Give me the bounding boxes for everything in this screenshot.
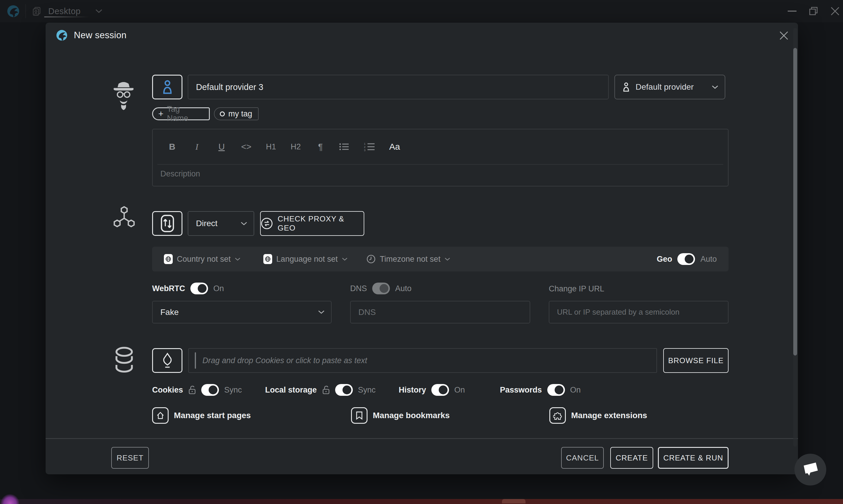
timezone-value: Timezone not set <box>380 255 440 264</box>
background-window-edge <box>0 499 843 504</box>
timezone-dropdown[interactable]: Timezone not set <box>366 254 450 264</box>
webrtc-mode-dropdown[interactable]: Fake <box>152 301 332 323</box>
puzzle-icon <box>549 407 566 424</box>
cookies-placeholder: Drag and drop Cookies or click to paste … <box>203 356 367 365</box>
italic-button[interactable]: I <box>191 142 203 152</box>
lock-open-icon <box>322 385 330 395</box>
check-proxy-geo-button[interactable]: CHECK PROXY & GEO <box>260 211 364 236</box>
manage-extensions[interactable]: Manage extensions <box>549 407 647 424</box>
manage-start-pages[interactable]: Manage start pages <box>152 407 251 424</box>
create-and-run-button[interactable]: CREATE & RUN <box>658 447 728 469</box>
create-label: CREATE <box>616 453 648 463</box>
localstorage-sync-toggle[interactable] <box>335 384 353 396</box>
geo-panel: Country not set Language not set Timezon… <box>152 247 728 271</box>
modal-scrollbar-thumb[interactable] <box>793 48 797 356</box>
dns-toggle-group: DNS Auto <box>350 282 411 295</box>
code-button[interactable]: <> <box>240 142 252 152</box>
change-ip-url-input[interactable] <box>549 301 728 323</box>
support-chat-button[interactable] <box>794 454 826 485</box>
webrtc-mode-value: Fake <box>160 308 318 317</box>
description-placeholder[interactable]: Description <box>160 169 200 179</box>
globe-icon <box>164 254 173 264</box>
create-button[interactable]: CREATE <box>610 447 653 469</box>
cookies-sync-group: Cookies Sync <box>152 383 242 396</box>
geo-state: Auto <box>700 255 717 264</box>
country-dropdown[interactable]: Country not set <box>164 254 240 264</box>
hummingbird-logo-icon <box>56 30 67 41</box>
proxy-section-icon <box>113 205 136 229</box>
language-dropdown[interactable]: Language not set <box>263 254 348 264</box>
webrtc-toggle-group: WebRTC On <box>152 282 224 295</box>
background-window-tab <box>502 499 526 503</box>
underline-button[interactable]: U <box>216 142 227 152</box>
passwords-label: Passwords <box>500 385 542 395</box>
bold-button[interactable]: B <box>166 142 178 152</box>
chevron-down-icon <box>235 257 240 261</box>
check-proxy-geo-label: CHECK PROXY & GEO <box>278 214 364 233</box>
close-icon <box>779 31 789 40</box>
add-tag-placeholder: Tag Name <box>167 105 203 123</box>
geo-toggle[interactable] <box>677 253 695 265</box>
editor-toolbar: B I U <> H1 H2 ¶ 1 2 3 <box>153 129 728 164</box>
clock-icon <box>366 254 376 264</box>
passwords-toggle-group: Passwords On <box>500 383 581 396</box>
home-icon <box>152 407 169 424</box>
localstorage-sync-label: Local storage <box>265 385 317 395</box>
eraser-nib-icon <box>161 353 173 368</box>
session-name-input[interactable] <box>188 75 609 100</box>
person-icon <box>622 82 630 92</box>
tag-chip-label: my tag <box>228 109 252 119</box>
browse-file-button[interactable]: BROWSE FILE <box>663 348 728 373</box>
manage-start-pages-label: Manage start pages <box>174 411 251 420</box>
chevron-down-icon <box>712 85 718 89</box>
cookies-sync-toggle[interactable] <box>201 384 219 396</box>
proxy-type-dropdown[interactable]: Direct <box>188 211 254 236</box>
reset-label: RESET <box>117 453 144 463</box>
manage-extensions-label: Manage extensions <box>571 411 647 420</box>
provider-dropdown[interactable]: Default provider <box>614 75 725 100</box>
tag-dot-icon <box>220 111 225 116</box>
clear-cookies-button[interactable] <box>152 348 182 373</box>
bullet-list-button[interactable] <box>339 143 351 151</box>
lock-open-icon <box>188 385 196 395</box>
reset-button[interactable]: RESET <box>111 447 149 469</box>
add-tag-button[interactable]: + Tag Name <box>152 107 210 120</box>
bullet-list-icon <box>339 143 349 151</box>
new-session-modal: New session <box>46 23 798 474</box>
plus-icon: + <box>158 109 163 119</box>
person-icon <box>162 80 173 94</box>
paragraph-button[interactable]: ¶ <box>315 142 326 152</box>
numbered-list-button[interactable]: 1 2 3 <box>364 142 376 151</box>
svg-text:2: 2 <box>364 146 366 148</box>
cookies-sync-label: Cookies <box>152 385 183 395</box>
modal-close-button[interactable] <box>778 30 790 41</box>
dns-toggle[interactable] <box>372 283 390 294</box>
modal-header: New session <box>46 23 798 48</box>
country-value: Country not set <box>177 255 231 264</box>
passwords-toggle[interactable] <box>547 384 565 396</box>
proxy-icon-button[interactable] <box>152 211 182 236</box>
history-toggle[interactable] <box>432 384 449 396</box>
proxy-transfer-icon <box>160 214 175 233</box>
description-editor: B I U <> H1 H2 ¶ 1 2 3 <box>152 129 728 186</box>
modal-title: New session <box>74 30 126 40</box>
dns-input[interactable] <box>350 301 530 323</box>
chevron-down-icon <box>342 257 348 261</box>
swap-arrows-icon <box>261 217 273 230</box>
profile-icon-button[interactable] <box>152 75 182 100</box>
proxy-type-value: Direct <box>196 219 241 228</box>
cookies-sync-state: Sync <box>224 385 242 395</box>
manage-bookmarks[interactable]: Manage bookmarks <box>351 407 450 424</box>
localstorage-sync-state: Sync <box>358 385 376 395</box>
heading1-button[interactable]: H1 <box>265 142 277 151</box>
tag-chip[interactable]: my tag <box>214 107 259 120</box>
chat-bubble-icon <box>801 461 820 478</box>
webrtc-toggle[interactable] <box>190 283 208 294</box>
heading2-button[interactable]: H2 <box>290 142 302 151</box>
provider-dropdown-value: Default provider <box>635 82 706 92</box>
text-style-button[interactable]: Aa <box>389 142 401 152</box>
cookies-dropzone[interactable]: Drag and drop Cookies or click to paste … <box>188 348 657 373</box>
storage-section-icon <box>113 346 136 374</box>
tags-row: + Tag Name my tag <box>152 107 259 120</box>
cancel-button[interactable]: CANCEL <box>561 447 604 469</box>
